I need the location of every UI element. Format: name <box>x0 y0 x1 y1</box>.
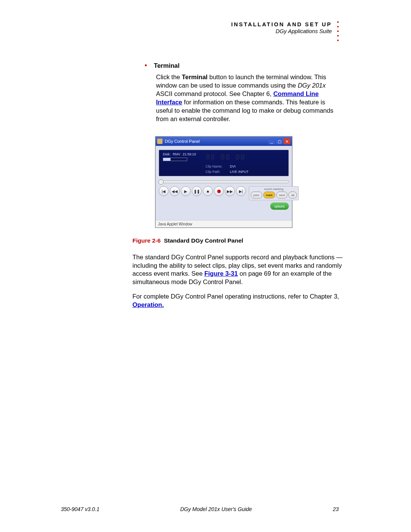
terminal-paragraph: Click the Terminal button to launch the … <box>156 73 339 123</box>
disk-mode: RMV <box>173 152 180 156</box>
applet-status-bar: Java Applet Window <box>156 220 292 227</box>
stop-button[interactable]: ■ <box>203 186 213 196</box>
close-button[interactable]: ✕ <box>284 138 290 144</box>
footer-right: 23 <box>333 506 339 512</box>
event-marking-label: event marking <box>251 187 297 191</box>
display-panel: Disk: RMV 21:59:10 88 88 88 Clip Name:DV… <box>159 150 289 176</box>
app-icon <box>157 139 162 144</box>
header-subtitle: DGy Applications Suite <box>231 28 332 34</box>
all-button[interactable]: all <box>288 192 297 198</box>
header-dots <box>337 21 339 41</box>
footer-left: 350-9047 v3.0.1 <box>61 506 99 512</box>
prev-button[interactable]: prev <box>251 192 262 198</box>
disk-label: Disk: <box>163 152 170 156</box>
transport-controls: |◀ ◀◀ ▶ ❚❚ ■ ▶▶ ▶| <box>159 186 246 200</box>
mark-button[interactable]: mark <box>263 192 276 198</box>
figure-label: Figure 2-6 <box>132 237 161 244</box>
timecode-display: 88 88 88 <box>206 152 285 161</box>
play-button[interactable]: ▶ <box>181 186 191 196</box>
clip-name-label: Clip Name: <box>206 165 228 168</box>
clip-path-label: Clip Path: <box>206 170 228 174</box>
event-marking-box: event marking prev mark next all <box>249 186 299 200</box>
body-paragraph-2: For complete DGy Control Panel operating… <box>132 292 344 309</box>
bullet-icon: • <box>145 62 147 69</box>
page-header: INSTALLATION AND SET UP DGy Applications… <box>231 21 332 34</box>
link-operation[interactable]: Operation. <box>132 301 164 308</box>
goto-end-button[interactable]: ▶| <box>236 186 246 196</box>
link-figure-3-31[interactable]: Figure 3-31 <box>204 270 238 277</box>
next-button[interactable]: next <box>276 192 287 198</box>
minimize-button[interactable]: _ <box>268 138 275 144</box>
slider-thumb[interactable] <box>158 179 164 185</box>
window-titlebar: DGy Control Panel _ ▢ ✕ <box>156 137 292 146</box>
clip-path-value: LIVE INPUT <box>230 170 249 174</box>
figure-control-panel: DGy Control Panel _ ▢ ✕ Disk: RMV 21:59:… <box>155 136 292 228</box>
body-paragraph-1: The standard DGy Control Panel supports … <box>132 253 344 287</box>
pause-button[interactable]: ❚❚ <box>192 186 202 196</box>
body-content: Figure 2-6 Standard DGy Control Panel Th… <box>132 232 344 315</box>
maximize-button[interactable]: ▢ <box>276 138 283 144</box>
disk-time: 21:59:10 <box>183 152 196 156</box>
figure-caption: Figure 2-6 Standard DGy Control Panel <box>132 237 344 245</box>
fast-forward-button[interactable]: ▶▶ <box>225 186 235 196</box>
section-terminal: • Terminal Click the Terminal button to … <box>145 62 339 129</box>
window-title: DGy Control Panel <box>165 139 268 144</box>
clip-name-value: DVI <box>230 165 236 168</box>
record-button[interactable] <box>214 186 224 196</box>
figure-caption-text: Standard DGy Control Panel <box>164 237 243 244</box>
rewind-button[interactable]: ◀◀ <box>170 186 180 196</box>
footer-center: DGy Model 201x User's Guide <box>180 506 252 512</box>
header-title: INSTALLATION AND SET UP <box>231 21 332 27</box>
goto-start-button[interactable]: |◀ <box>159 186 169 196</box>
options-button[interactable]: options <box>270 203 289 210</box>
page-footer: 350-9047 v3.0.1 DGy Model 201x User's Gu… <box>61 506 339 512</box>
playback-slider[interactable] <box>159 181 289 183</box>
disk-usage-bar <box>163 158 187 161</box>
bullet-title: Terminal <box>154 62 180 70</box>
